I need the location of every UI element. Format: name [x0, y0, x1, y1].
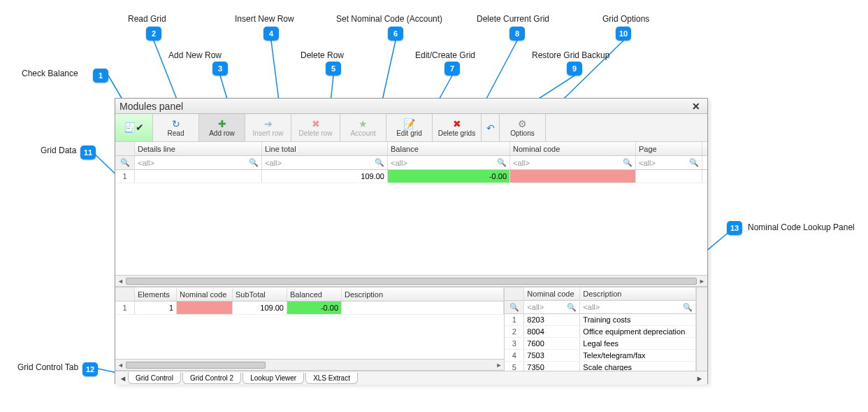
filter-icon[interactable]: 🔍 [505, 301, 524, 313]
filter-page[interactable]: <all>🔍 [636, 156, 702, 169]
cell-nominal[interactable]: 7503 [524, 350, 580, 361]
cell-nominal[interactable] [510, 170, 636, 183]
col-details[interactable]: Details line [135, 142, 262, 155]
callout-label-13: Nominal Code Lookup Panel [748, 222, 855, 232]
filter-details[interactable]: <all>🔍 [135, 156, 262, 169]
table-row[interactable]: 37600Legal fees [505, 338, 707, 350]
restore-backup-button[interactable]: ↶ [482, 114, 500, 141]
cell-nominal[interactable] [177, 301, 233, 314]
col-balance[interactable]: Balance [388, 142, 510, 155]
add-row-button[interactable]: ✚ Add row [199, 114, 245, 141]
cell-nominal[interactable]: 7600 [524, 338, 580, 349]
btn-label: Read [168, 129, 185, 137]
star-icon: ★ [359, 119, 368, 129]
options-button[interactable]: ⚙ Options [500, 114, 546, 141]
table-row[interactable]: 1 1 109.00 -0.00 [115, 301, 504, 315]
callout-marker-6: 6 [388, 27, 403, 41]
callout-marker-7: 7 [444, 62, 460, 76]
tab-grid-control[interactable]: Grid Control [128, 372, 181, 384]
close-icon[interactable]: ✕ [689, 101, 703, 112]
search-icon: 🔍 [509, 303, 519, 312]
filter-balance[interactable]: <all>🔍 [388, 156, 510, 169]
col-description[interactable]: Description [580, 287, 696, 300]
callout-label-9: Restore Grid Backup [532, 50, 609, 60]
summary-grid: Elements Nominal code SubTotal Balanced … [115, 287, 505, 371]
cell-details[interactable] [135, 170, 262, 183]
cell-description[interactable]: Scale charges [580, 362, 696, 371]
table-row[interactable]: 28004Office equipment depreciation [505, 326, 707, 338]
tab-xls-extract[interactable]: XLS Extract [305, 373, 358, 384]
col-subtotal[interactable]: SubTotal [233, 287, 287, 301]
scroll-left-icon[interactable]: ◄ [117, 362, 124, 369]
cell-subtotal[interactable]: 109.00 [233, 301, 287, 314]
scroll-thumb[interactable] [126, 362, 266, 369]
filter-icon[interactable]: 🔍 [115, 156, 135, 169]
tab-scroll-left[interactable]: ◄ [118, 374, 128, 383]
callout-marker-3: 3 [212, 62, 228, 76]
table-row[interactable]: 18203Training costs [505, 314, 707, 326]
check-balance-button[interactable]: 🧾✔ [115, 114, 153, 141]
cell-nominal[interactable]: 7350 [524, 362, 580, 371]
titlebar: Modules panel ✕ [115, 99, 707, 114]
tab-lookup-viewer[interactable]: Lookup Viewer [243, 373, 304, 384]
col-page[interactable]: Page [636, 142, 702, 155]
edit-grid-button[interactable]: 📝 Edit grid [386, 114, 433, 141]
check-icon: 🧾✔ [124, 122, 144, 132]
btn-label: Add row [209, 129, 235, 137]
tab-scroll-right[interactable]: ► [695, 374, 704, 383]
callout-marker-9: 9 [567, 62, 582, 76]
callout-label-4: Insert New Row [235, 14, 294, 24]
insert-row-button[interactable]: ➔ Insert row [245, 114, 291, 141]
scroll-thumb[interactable] [126, 278, 697, 285]
scroll-left-icon[interactable]: ◄ [117, 278, 124, 285]
callout-marker-1: 1 [93, 69, 108, 83]
delete-grids-button[interactable]: ✖ Delete grids [433, 114, 482, 141]
cell-description[interactable]: Office equipment depreciation [580, 326, 696, 337]
col-nominal[interactable]: Nominal code [177, 287, 233, 301]
col-nominal[interactable]: Nominal code [524, 287, 580, 300]
col-line-total[interactable]: Line total [262, 142, 388, 155]
callout-label-5: Delete Row [301, 50, 344, 60]
filter-nominal[interactable]: <all>🔍 [510, 156, 636, 169]
filter-description[interactable]: <all>🔍 [580, 301, 696, 313]
refresh-icon: ↻ [172, 119, 180, 129]
bottom-panels: Elements Nominal code SubTotal Balanced … [115, 287, 707, 371]
table-row[interactable]: 47503Telex/telegram/fax [505, 350, 707, 362]
cell-nominal[interactable]: 8203 [524, 314, 580, 325]
scroll-right-icon[interactable]: ► [496, 362, 502, 369]
cell-elements[interactable]: 1 [135, 301, 177, 314]
filter-nominal[interactable]: <all>🔍 [524, 301, 580, 313]
search-icon: 🔍 [567, 303, 577, 312]
toolbar: 🧾✔ ↻ Read ✚ Add row ➔ Insert row ✖ Delet… [115, 114, 707, 142]
main-grid-hscroll[interactable]: ◄ ► [115, 275, 707, 287]
main-grid-header: Details line Line total Balance Nominal … [115, 142, 707, 156]
cell-description[interactable] [342, 301, 504, 314]
filter-line-total[interactable]: <all>🔍 [262, 156, 388, 169]
row-index-header [115, 142, 135, 155]
col-description[interactable]: Description [342, 287, 504, 301]
account-button[interactable]: ★ Account [340, 114, 386, 141]
table-row[interactable]: 57350Scale charges [505, 362, 707, 371]
cell-description[interactable]: Training costs [580, 314, 696, 325]
col-nominal[interactable]: Nominal code [510, 142, 636, 155]
cell-description[interactable]: Telex/telegram/fax [580, 350, 696, 361]
summary-hscroll[interactable]: ◄ ► [115, 359, 504, 371]
callout-label-12: Grid Control Tab [17, 362, 78, 372]
table-row[interactable]: 1 109.00 -0.00 [115, 170, 707, 183]
read-button[interactable]: ↻ Read [153, 114, 199, 141]
search-icon: 🔍 [689, 158, 699, 167]
cell-balanced[interactable]: -0.00 [287, 301, 342, 314]
col-elements[interactable]: Elements [135, 287, 177, 301]
delete-row-button[interactable]: ✖ Delete row [291, 114, 340, 141]
cell-line-total[interactable]: 109.00 [262, 170, 388, 183]
lookup-vscroll[interactable] [696, 287, 707, 371]
row-index: 3 [505, 338, 524, 349]
cell-page[interactable] [636, 170, 702, 183]
cell-description[interactable]: Legal fees [580, 338, 696, 349]
col-balanced[interactable]: Balanced [287, 287, 342, 301]
callout-marker-4: 4 [263, 27, 279, 41]
tab-grid-control-2[interactable]: Grid Control 2 [182, 373, 241, 384]
scroll-right-icon[interactable]: ► [699, 278, 705, 285]
cell-nominal[interactable]: 8004 [524, 326, 580, 337]
cell-balance[interactable]: -0.00 [388, 170, 510, 183]
